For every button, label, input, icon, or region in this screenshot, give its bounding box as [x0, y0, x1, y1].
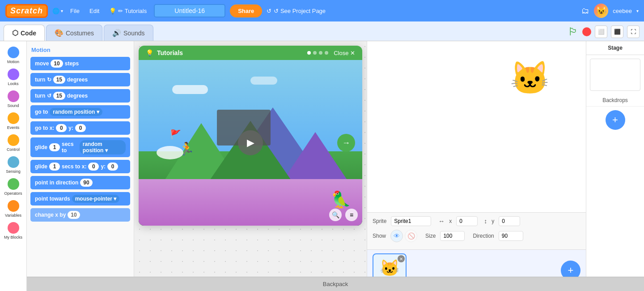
- control-label: Control: [7, 147, 20, 152]
- stop-button[interactable]: [582, 27, 591, 36]
- sound-dot: [8, 90, 19, 102]
- category-operators[interactable]: Operators: [0, 176, 26, 197]
- block-glide-to[interactable]: glide 1 secs to random position ▾: [30, 137, 130, 157]
- category-sound[interactable]: Sound: [0, 89, 26, 110]
- variables-label: Variables: [5, 213, 21, 218]
- stage-preview-thumb: [590, 59, 640, 91]
- looks-dot: [8, 68, 19, 80]
- tutorial-progress-dots: [307, 51, 328, 55]
- tab-sounds[interactable]: 🔊 Sounds: [104, 25, 153, 41]
- width-icon: ↔: [438, 218, 445, 225]
- category-sensing[interactable]: Sensing: [0, 154, 26, 175]
- category-control[interactable]: Control: [0, 133, 26, 154]
- sprite-label: Sprite: [373, 218, 386, 224]
- size-input[interactable]: [440, 231, 465, 241]
- tutorial-header: 💡 Tutorials Close ✕: [139, 46, 362, 60]
- events-label: Events: [7, 125, 20, 130]
- hide-eye-button[interactable]: 🚫: [405, 230, 417, 242]
- block-point-towards[interactable]: point towards mouse-pointer ▾: [30, 192, 130, 205]
- show-eye-button[interactable]: 👁: [390, 230, 403, 242]
- tutorial-menu[interactable]: ≡: [345, 209, 358, 221]
- sprite-thumb-icon: 🐱: [380, 259, 400, 278]
- tutorial-close-button[interactable]: Close ✕: [334, 50, 355, 56]
- code-tab-icon: ⬡: [12, 29, 18, 37]
- motion-label: Motion: [7, 60, 19, 64]
- block-point-direction[interactable]: point in direction 90: [30, 176, 130, 189]
- size-label: Size: [425, 233, 436, 239]
- stage-header-controls: 🏳 ⬜ ⬛ ⛶: [568, 26, 640, 41]
- operators-dot: [8, 178, 19, 190]
- globe-chevron: ▾: [61, 9, 63, 13]
- sprite-info-row1: Sprite ↔ x ↕ y: [373, 216, 580, 226]
- costumes-tab-icon: 🎨: [55, 29, 64, 37]
- sensing-label: Sensing: [6, 169, 21, 174]
- file-menu[interactable]: File: [68, 6, 82, 16]
- block-glide-to-xy[interactable]: glide 1 secs to x: 0 y: 0: [30, 160, 130, 173]
- y-label: y: [491, 218, 494, 224]
- stage-area: 🐱 Sprite ↔ x ↕ y Show 👁 🚫: [367, 41, 586, 291]
- sprite-delete-button[interactable]: ✕: [398, 255, 405, 262]
- shrink-stage-button[interactable]: ⬜: [595, 26, 607, 38]
- category-my-blocks[interactable]: My Blocks: [0, 220, 26, 241]
- tutorial-popup: 💡 Tutorials Close ✕: [139, 46, 362, 226]
- block-go-to[interactable]: go to random position ▾: [30, 105, 130, 119]
- edit-menu[interactable]: Edit: [87, 6, 102, 16]
- my-blocks-label: My Blocks: [4, 235, 22, 240]
- tutorials-button[interactable]: 💡 ✏ Tutorials: [106, 6, 149, 16]
- user-avatar: 😺: [594, 4, 608, 18]
- category-variables[interactable]: Variables: [0, 198, 26, 219]
- category-motion[interactable]: Motion: [0, 45, 26, 66]
- tab-bar: ⬡ Code 🎨 Costumes 🔊 Sounds 🏳 ⬜ ⬛ ⛶: [0, 21, 644, 41]
- block-turn-cw[interactable]: turn ↻ 15 degrees: [30, 73, 130, 86]
- green-flag-button[interactable]: 🏳: [568, 26, 579, 38]
- category-events[interactable]: Events: [0, 111, 26, 132]
- fullscreen-button[interactable]: ⛶: [627, 26, 640, 38]
- block-turn-ccw[interactable]: turn ↺ 15 degrees: [30, 89, 130, 103]
- height-icon: ↕: [484, 218, 487, 225]
- direction-input[interactable]: [499, 231, 523, 241]
- stage-right-label: Stage: [586, 41, 644, 55]
- variables-dot: [8, 200, 19, 212]
- block-change-x[interactable]: change x by 10: [30, 208, 130, 222]
- backpack[interactable]: Backpack: [27, 277, 644, 291]
- sprite-info-panel: Sprite ↔ x ↕ y Show 👁 🚫 Size Directi: [367, 212, 586, 249]
- user-chevron[interactable]: ▾: [636, 9, 639, 13]
- tutorial-dot-2: [313, 51, 317, 55]
- tutorial-play-button[interactable]: ▶: [238, 130, 263, 155]
- my-blocks-dot: [8, 222, 19, 234]
- user-name[interactable]: ceebee: [613, 8, 632, 14]
- scratch-logo[interactable]: Scratch: [5, 4, 48, 18]
- block-move[interactable]: move 10 steps: [30, 57, 130, 70]
- sprite-name-input[interactable]: [391, 216, 431, 226]
- category-looks[interactable]: Looks: [0, 67, 26, 88]
- top-nav: Scratch 🌐 ▾ File Edit 💡 ✏ Tutorials Shar…: [0, 0, 644, 21]
- tutorial-zoom-out[interactable]: 🔍: [329, 209, 342, 221]
- stage-cat-sprite: 🐱: [510, 59, 550, 97]
- tab-costumes[interactable]: 🎨 Costumes: [46, 25, 102, 41]
- folder-icon[interactable]: 🗂: [581, 6, 589, 16]
- globe-button[interactable]: 🌐 ▾: [52, 8, 63, 14]
- tutorial-dot-1: [307, 51, 311, 55]
- categories-sidebar: Motion Looks Sound Events Control Sensin…: [0, 41, 27, 291]
- sensing-dot: [8, 156, 19, 168]
- block-go-to-xy[interactable]: go to x: 0 y: 0: [30, 121, 130, 135]
- direction-label: Direction: [473, 233, 494, 239]
- sounds-tab-icon: 🔊: [112, 29, 121, 37]
- y-input[interactable]: [499, 216, 520, 226]
- tutorial-dot-4: [325, 51, 328, 55]
- project-title-input[interactable]: [154, 4, 225, 17]
- code-area[interactable]: 💡 Tutorials Close ✕: [134, 41, 367, 291]
- refresh-icon: ↺: [267, 8, 271, 14]
- tutorial-next-button[interactable]: →: [337, 134, 355, 152]
- see-project-button[interactable]: ↺ ↺ See Project Page: [267, 8, 326, 14]
- expand-stage-button[interactable]: ⬛: [611, 26, 623, 38]
- stage-canvas[interactable]: 🐱: [367, 41, 586, 212]
- blocks-section-title: Motion: [30, 45, 130, 57]
- looks-label: Looks: [8, 81, 18, 86]
- tutorial-video-area: 🦜 🏃 🚩 ▶ → 🔍 ≡: [139, 60, 362, 226]
- lightbulb-icon: 💡: [109, 8, 116, 14]
- tab-code[interactable]: ⬡ Code: [4, 25, 45, 41]
- x-input[interactable]: [456, 216, 478, 226]
- share-button[interactable]: Share: [230, 4, 262, 17]
- add-backdrop-button[interactable]: +: [606, 110, 625, 130]
